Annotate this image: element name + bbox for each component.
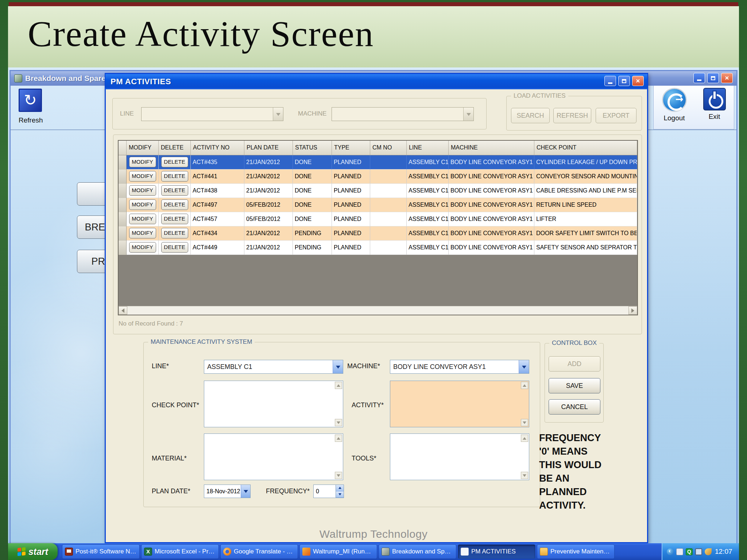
cell-type: PLANNED <box>332 212 370 226</box>
exit-icon[interactable] <box>703 88 726 110</box>
pm-maximize-icon[interactable] <box>618 76 630 86</box>
row-selector[interactable] <box>119 226 127 241</box>
refresh-icon[interactable]: ↻ <box>19 89 42 112</box>
scroll-down-icon[interactable] <box>521 472 528 479</box>
delete-button[interactable]: DELETE <box>161 228 188 238</box>
delete-button[interactable]: DELETE <box>161 171 188 182</box>
scroll-right-icon[interactable] <box>628 306 637 315</box>
table-row[interactable]: MODIFYDELETEACT#44121/JAN/2012DONEPLANNE… <box>119 170 637 184</box>
machine-combobox[interactable]: BODY LINE CONVEYOR ASY1 <box>390 360 529 374</box>
column-header-check-point[interactable]: CHECK POINT <box>534 141 637 155</box>
modify-button[interactable]: MODIFY <box>129 157 156 167</box>
column-header-modify[interactable]: MODIFY <box>127 141 159 155</box>
delete-button[interactable]: DELETE <box>161 185 188 196</box>
row-selector[interactable] <box>119 241 127 255</box>
taskbar-item[interactable]: Breakdown and Spar... <box>379 544 456 559</box>
scroll-down-icon[interactable] <box>335 472 342 479</box>
column-header-delete[interactable]: DELETE <box>159 141 191 155</box>
table-row[interactable]: MODIFYDELETEACT#49705/FEB/2012DONEPLANNE… <box>119 198 637 212</box>
column-header-activity-no[interactable]: ACTIVITY NO <box>191 141 244 155</box>
scroll-down-icon[interactable] <box>521 419 528 426</box>
table-row[interactable]: MODIFYDELETEACT#43821/JAN/2012DONEPLANNE… <box>119 184 637 198</box>
restore-icon[interactable] <box>707 73 719 83</box>
tray-pen-icon[interactable] <box>705 548 712 555</box>
taskbar-item[interactable]: Microsoft Excel - Prod... <box>141 544 219 559</box>
refresh-button[interactable]: REFRESH <box>553 108 591 123</box>
frequency-stepper[interactable]: 0 <box>313 485 344 498</box>
column-header-cm-no[interactable]: CM NO <box>370 141 407 155</box>
taskbar-item[interactable]: Google Translate - M... <box>220 544 298 559</box>
line-combobox[interactable]: ASSEMBLY C1 <box>204 360 343 374</box>
line-filter-combobox[interactable] <box>141 107 283 121</box>
minimize-icon[interactable] <box>693 73 705 83</box>
table-row[interactable]: MODIFYDELETEACT#44921/JAN/2012PENDINGPLA… <box>119 241 637 255</box>
delete-button[interactable]: DELETE <box>161 214 188 224</box>
scroll-up-icon[interactable] <box>521 382 528 389</box>
scroll-up-icon[interactable] <box>335 382 342 389</box>
start-button[interactable]: start <box>8 543 58 560</box>
spin-up-icon[interactable] <box>336 485 344 491</box>
delete-button[interactable]: DELETE <box>161 199 188 210</box>
delete-button[interactable]: DELETE <box>161 157 188 167</box>
pm-minimize-icon[interactable] <box>604 76 616 86</box>
frequency-note: FREQUENCY '0' MEANS THIS WOULD BE AN PLA… <box>539 431 616 512</box>
tray-volume-icon[interactable] <box>676 548 683 555</box>
machine-filter-combobox[interactable] <box>332 107 474 121</box>
column-header-machine[interactable]: MACHINE <box>449 141 534 155</box>
modify-button[interactable]: MODIFY <box>129 171 156 182</box>
scroll-left-icon[interactable] <box>119 306 127 315</box>
chevron-down-icon[interactable] <box>463 108 473 121</box>
row-selector[interactable] <box>119 184 127 198</box>
cancel-button[interactable]: CANCEL <box>549 399 600 415</box>
scroll-up-icon[interactable] <box>521 435 528 442</box>
chevron-down-icon[interactable] <box>333 360 343 373</box>
export-button[interactable]: EXPORT <box>596 108 636 123</box>
plan-date-picker[interactable]: 18-Nov-2012 <box>204 485 251 498</box>
activity-textarea[interactable] <box>390 381 529 427</box>
taskbar-item[interactable]: Waltrump_MI (Runnin... <box>299 544 377 559</box>
tray-back-icon[interactable] <box>667 548 674 555</box>
horizontal-scrollbar[interactable] <box>119 306 637 315</box>
maroon-strip <box>9 2 738 6</box>
row-selector[interactable] <box>119 198 127 212</box>
add-button[interactable]: ADD <box>549 356 600 372</box>
check-point-textarea[interactable] <box>204 381 343 427</box>
row-selector[interactable] <box>119 170 127 184</box>
scroll-down-icon[interactable] <box>335 419 342 426</box>
row-selector[interactable] <box>119 155 127 170</box>
search-button[interactable]: SEARCH <box>511 108 550 123</box>
modify-button[interactable]: MODIFY <box>129 242 156 253</box>
column-header-plan-date[interactable]: PLAN DATE <box>244 141 293 155</box>
save-button[interactable]: SAVE <box>549 378 600 393</box>
chevron-down-icon[interactable] <box>273 108 283 121</box>
modify-button[interactable]: MODIFY <box>129 199 156 210</box>
tray-display-icon[interactable] <box>695 548 702 555</box>
cell-status: DONE <box>293 184 332 198</box>
material-textarea[interactable] <box>204 433 343 480</box>
column-header-line[interactable]: LINE <box>407 141 449 155</box>
modify-button[interactable]: MODIFY <box>129 228 156 238</box>
pm-close-icon[interactable]: × <box>632 76 644 86</box>
table-row[interactable]: MODIFYDELETEACT#43421/JAN/2012PENDINGPLA… <box>119 226 637 241</box>
modify-button[interactable]: MODIFY <box>129 185 156 196</box>
cell-cm-no <box>370 198 407 212</box>
tools-textarea[interactable] <box>390 433 529 480</box>
close-icon[interactable]: × <box>721 73 733 83</box>
delete-button[interactable]: DELETE <box>161 242 188 253</box>
calendar-dropdown-icon[interactable] <box>241 485 250 498</box>
spin-down-icon[interactable] <box>336 491 344 498</box>
column-header-type[interactable]: TYPE <box>332 141 370 155</box>
row-selector[interactable] <box>119 212 127 226</box>
chevron-down-icon[interactable] <box>519 360 529 373</box>
logout-icon[interactable] <box>662 88 687 112</box>
scroll-up-icon[interactable] <box>335 435 342 442</box>
cell-plan-date: 21/JAN/2012 <box>244 155 293 170</box>
modify-button[interactable]: MODIFY <box>129 214 156 224</box>
taskbar-item[interactable]: PM ACTIVITIES <box>458 544 535 559</box>
taskbar-item[interactable]: Post-it® Software No... <box>62 544 140 559</box>
table-row[interactable]: MODIFYDELETEACT#43521/JAN/2012DONEPLANNE… <box>119 155 637 170</box>
table-row[interactable]: MODIFYDELETEACT#45705/FEB/2012DONEPLANNE… <box>119 212 637 226</box>
column-header-status[interactable]: STATUS <box>293 141 332 155</box>
taskbar-item[interactable]: Preventive Maintena... <box>537 544 615 559</box>
tray-q-icon[interactable] <box>686 548 693 555</box>
